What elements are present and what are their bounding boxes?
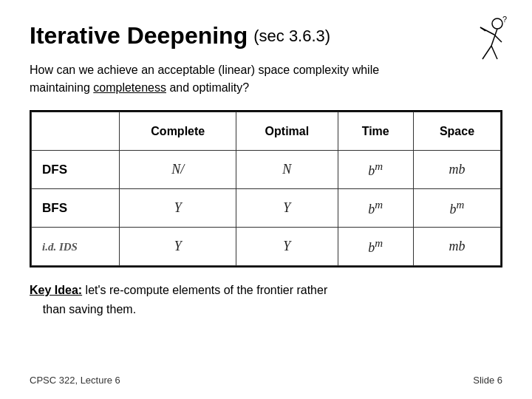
key-idea-text: Key Idea: let's re-compute elements of t… [30,281,502,318]
table-row-bfs: BFS Y Y bm bm [32,189,501,228]
stick-figure-decoration: ? [469,16,510,64]
comparison-table: Complete Optimal Time Space DFS N/ N bm … [30,110,502,267]
key-idea-label: Key Idea: [30,284,82,296]
table-row-dfs: DFS N/ N bm mb [32,151,501,189]
bfs-complete: Y [120,189,236,228]
algo-label-dfs: DFS [32,151,120,189]
bfs-space: bm [413,189,500,228]
section-label: (sec 3.6.3) [253,27,330,46]
bfs-time: bm [338,189,413,228]
slide: ? Iterative Deepening (sec 3.6.3) How ca… [0,0,532,399]
col-header-complete: Complete [120,112,236,151]
dfs-complete: N/ [120,151,236,189]
col-header-space: Space [413,112,500,151]
col-header-time: Time [338,112,413,151]
dfs-space: mb [413,151,500,189]
ids-optimal: Y [236,228,338,266]
col-header-algo [32,112,120,151]
svg-line-6 [491,46,497,59]
svg-text:?: ? [502,16,507,24]
col-header-optimal: Optimal [236,112,338,151]
svg-point-0 [492,18,502,29]
title-area: Iterative Deepening (sec 3.6.3) [30,22,502,50]
dfs-time: bm [338,151,413,189]
slide-title: Iterative Deepening [30,22,248,50]
algo-label-bfs: BFS [32,189,120,228]
svg-line-5 [482,46,491,59]
dfs-optimal: N [236,151,338,189]
ids-space: mb [413,228,500,266]
bfs-optimal: Y [236,189,338,228]
algo-label-ids: i.d. IDS [32,228,120,266]
footer: CPSC 322, Lecture 6 Slide 6 [0,375,532,386]
course-label: CPSC 322, Lecture 6 [30,375,120,386]
ids-complete: Y [120,228,236,266]
slide-number: Slide 6 [473,375,502,386]
svg-line-4 [494,35,502,42]
ids-time: bm [338,228,413,266]
table-row-ids: i.d. IDS Y Y bm mb [32,228,501,266]
subtitle: How can we achieve an acceptable (linear… [30,61,502,97]
